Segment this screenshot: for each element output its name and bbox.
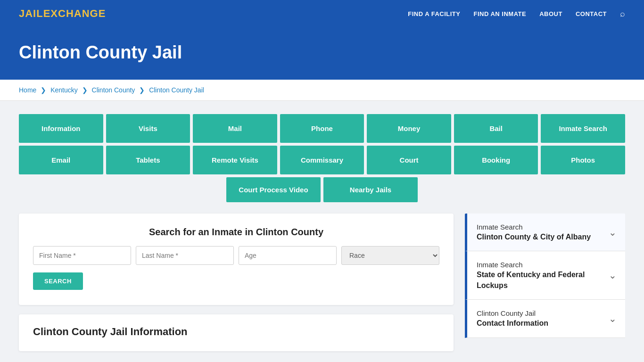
btn-bail[interactable]: Bail <box>454 114 538 143</box>
breadcrumb-sep-1: ❯ <box>41 86 46 94</box>
panel-contact-info[interactable]: Clinton County Jail Contact Information … <box>465 300 625 337</box>
hero-section: Clinton County Jail <box>0 27 644 80</box>
btn-phone[interactable]: Phone <box>280 114 364 143</box>
breadcrumb: Home ❯ Kentucky ❯ Clinton County ❯ Clint… <box>0 80 644 101</box>
btn-tablets[interactable]: Tablets <box>106 146 190 174</box>
nav-contact[interactable]: CONTACT <box>576 10 607 17</box>
search-button[interactable]: SEARCH <box>33 272 83 290</box>
race-select[interactable]: Race White Black Hispanic Asian Other <box>341 246 439 265</box>
btn-court-process-video[interactable]: Court Process Video <box>226 177 321 202</box>
search-icon[interactable]: ⌕ <box>620 9 625 18</box>
btn-visits[interactable]: Visits <box>106 114 190 143</box>
last-name-input[interactable] <box>136 246 234 265</box>
panel-inmate-search-state[interactable]: Inmate Search State of Kentucky and Fede… <box>465 251 625 300</box>
button-grid-row3: Court Process Video Nearby Jails <box>19 177 625 202</box>
nav-links: FIND A FACILITY FIND AN INMATE ABOUT CON… <box>408 9 625 19</box>
nav-find-inmate[interactable]: FIND AN INMATE <box>473 10 526 17</box>
panel-inmate-search-county-title: Inmate Search Clinton County & City of A… <box>477 222 591 242</box>
btn-photos[interactable]: Photos <box>541 146 625 174</box>
panel-contact-info-title: Clinton County Jail Contact Information <box>477 308 548 329</box>
panel-inmate-search-state-title: Inmate Search State of Kentucky and Fede… <box>477 260 609 291</box>
button-grid-row2: Email Tablets Remote Visits Commissary C… <box>19 146 625 174</box>
sidebar-panels: Inmate Search Clinton County & City of A… <box>465 214 625 338</box>
breadcrumb-clinton-county[interactable]: Clinton County <box>92 86 135 94</box>
btn-booking[interactable]: Booking <box>454 146 538 174</box>
navbar: JAILEXCHANGE FIND A FACILITY FIND AN INM… <box>0 0 644 27</box>
chevron-down-icon-2: ⌄ <box>609 270 617 281</box>
inmate-search-box: Search for an Inmate in Clinton County R… <box>19 214 454 305</box>
btn-inmate-search[interactable]: Inmate Search <box>541 114 625 143</box>
btn-nearby-jails[interactable]: Nearby Jails <box>323 177 418 202</box>
btn-mail[interactable]: Mail <box>193 114 277 143</box>
logo-jail: JAIL <box>19 8 43 19</box>
main-content: Information Visits Mail Phone Money Bail… <box>0 101 644 362</box>
age-input[interactable] <box>239 246 337 265</box>
btn-remote-visits[interactable]: Remote Visits <box>193 146 277 174</box>
breadcrumb-kentucky[interactable]: Kentucky <box>50 86 78 94</box>
page-title: Clinton County Jail <box>19 42 625 63</box>
btn-information[interactable]: Information <box>19 114 103 143</box>
panel-inmate-search-county[interactable]: Inmate Search Clinton County & City of A… <box>465 214 625 251</box>
search-fields: Race White Black Hispanic Asian Other <box>33 246 439 265</box>
btn-court[interactable]: Court <box>367 146 451 174</box>
site-logo[interactable]: JAILEXCHANGE <box>19 8 106 20</box>
button-grid-row1: Information Visits Mail Phone Money Bail… <box>19 114 625 143</box>
inmate-search-heading: Search for an Inmate in Clinton County <box>33 227 439 238</box>
breadcrumb-clinton-county-jail[interactable]: Clinton County Jail <box>149 86 204 94</box>
nav-about[interactable]: ABOUT <box>539 10 562 17</box>
lower-section: Search for an Inmate in Clinton County R… <box>19 214 625 351</box>
logo-exchange: EXCHANGE <box>43 8 106 19</box>
nav-find-facility[interactable]: FIND A FACILITY <box>408 10 460 17</box>
btn-commissary[interactable]: Commissary <box>280 146 364 174</box>
breadcrumb-home[interactable]: Home <box>19 86 36 94</box>
jail-info-section: Clinton County Jail Information <box>19 314 454 351</box>
first-name-input[interactable] <box>33 246 131 265</box>
btn-money[interactable]: Money <box>367 114 451 143</box>
chevron-down-icon-3: ⌄ <box>609 313 617 324</box>
btn-email[interactable]: Email <box>19 146 103 174</box>
breadcrumb-sep-3: ❯ <box>139 86 145 94</box>
chevron-down-icon: ⌄ <box>609 227 617 238</box>
jail-info-heading: Clinton County Jail Information <box>33 326 439 338</box>
breadcrumb-sep-2: ❯ <box>82 86 88 94</box>
